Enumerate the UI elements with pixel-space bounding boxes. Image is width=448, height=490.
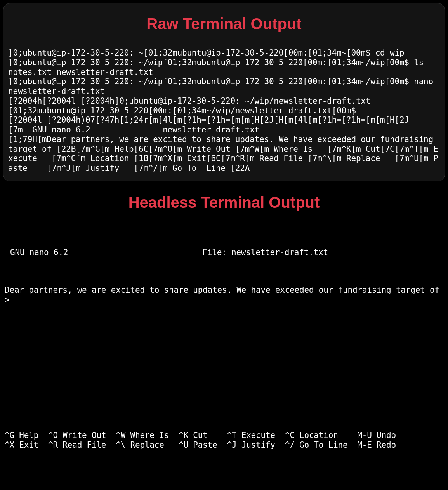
raw-terminal-title: Raw Terminal Output [3, 3, 445, 48]
nano-editor-body[interactable]: Dear partners, we are excited to share u… [5, 285, 443, 406]
raw-terminal-content: ]0;ubuntu@ip-172-30-5-220: ~[01;32mubunt… [3, 48, 445, 181]
raw-terminal-panel: Raw Terminal Output ]0;ubuntu@ip-172-30-… [3, 3, 445, 181]
nano-shortcuts-bar: ^G Help ^O Write Out ^W Where Is ^K Cut … [5, 431, 443, 450]
nano-shortcuts-row-2: ^X Exit ^R Read File ^\ Replace ^U Paste… [5, 440, 443, 450]
nano-shortcuts-row-1: ^G Help ^O Write Out ^W Where Is ^K Cut … [5, 431, 443, 440]
headless-terminal-content: GNU nano 6.2File: newsletter-draft.txt D… [0, 229, 448, 477]
nano-version-label: GNU nano 6.2 [5, 248, 68, 257]
headless-terminal-title: Headless Terminal Output [0, 186, 448, 229]
nano-header-bar: GNU nano 6.2File: newsletter-draft.txt [5, 248, 443, 266]
nano-file-label: File: newsletter-draft.txt [68, 248, 328, 257]
headless-terminal-panel: Headless Terminal Output GNU nano 6.2Fil… [0, 186, 448, 477]
